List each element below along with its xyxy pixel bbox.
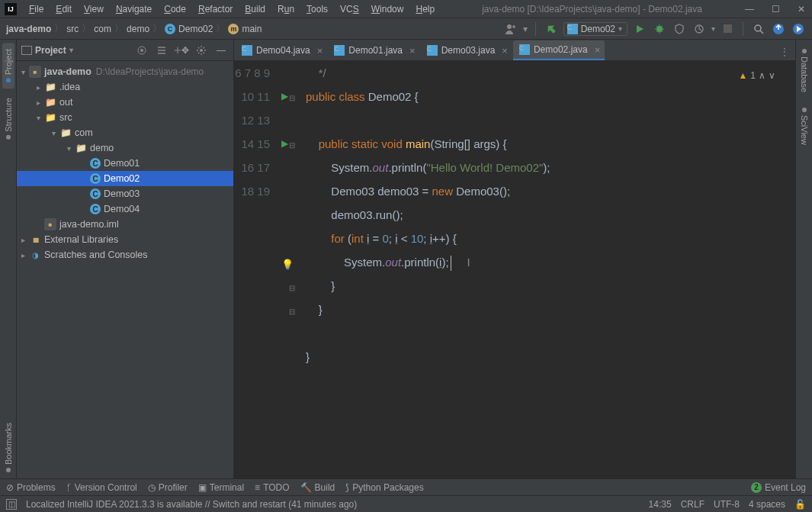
window-title: java-demo [D:\IdeaProjects\java-demo] - … xyxy=(441,4,743,14)
close-tab-icon[interactable]: × xyxy=(595,44,601,56)
minimize-button[interactable]: — xyxy=(743,4,756,14)
database-tool-button[interactable]: Database xyxy=(798,43,810,98)
tab-demo02[interactable]: CDemo02.java× xyxy=(513,40,605,60)
class-icon: C xyxy=(165,24,175,34)
menu-tools[interactable]: Tools xyxy=(300,2,334,17)
fold-end-icon[interactable]: ⊟ xyxy=(289,300,295,324)
tree-demo01[interactable]: CDemo01 xyxy=(17,156,233,171)
crumb-class[interactable]: Demo02 xyxy=(178,24,213,34)
tree-src[interactable]: src xyxy=(17,110,233,125)
status-bar: ◫ Localized IntelliJ IDEA 2021.3.3 is av… xyxy=(0,495,812,512)
code-editor[interactable]: ▲1 ∧ ∨ 6 7 8 9 10 11 12 13 14 15 16 17 1… xyxy=(234,61,795,478)
settings-icon[interactable] xyxy=(194,43,209,58)
menu-run[interactable]: Run xyxy=(271,2,300,17)
run-config-label: Demo02 xyxy=(581,24,615,34)
sciview-tool-button[interactable]: SciView xyxy=(798,101,810,151)
structure-tool-button[interactable]: Structure xyxy=(2,92,14,146)
crumb-demo[interactable]: demo xyxy=(127,24,149,34)
tree-idea[interactable]: .idea xyxy=(17,79,233,95)
close-button[interactable]: ✕ xyxy=(795,4,807,14)
tabs-more-icon[interactable]: ⋮ xyxy=(774,43,795,60)
crumb-src[interactable]: src xyxy=(66,24,79,34)
close-tab-icon[interactable]: × xyxy=(409,45,416,56)
maximize-button[interactable]: ☐ xyxy=(769,4,782,14)
fold-end-icon[interactable]: ⊟ xyxy=(289,276,295,300)
menu-code[interactable]: Code xyxy=(158,2,192,17)
profiler-icon: ◷ xyxy=(148,482,156,493)
terminal-tool-button[interactable]: ▣Terminal xyxy=(198,482,244,493)
select-opened-icon[interactable] xyxy=(134,43,149,58)
menu-file[interactable]: FFileile xyxy=(23,2,50,17)
close-tab-icon[interactable]: × xyxy=(317,45,323,56)
menu-navigate[interactable]: Navigate xyxy=(110,2,158,17)
menu-vcs[interactable]: VCS xyxy=(334,2,365,17)
project-select-icon xyxy=(21,46,32,55)
add-user-icon[interactable] xyxy=(503,21,518,37)
tree-root[interactable]: java-demoD:\IdeaProjects\java-demo xyxy=(17,64,233,79)
run-config-selector[interactable]: C Demo02 ▾ xyxy=(563,22,627,36)
tab-demo03[interactable]: CDemo03.java× xyxy=(421,40,512,60)
ide-scripting-icon[interactable] xyxy=(791,21,806,37)
tree-iml[interactable]: java-demo.iml xyxy=(17,217,233,232)
profiler-tool-button[interactable]: ◷Profiler xyxy=(148,482,188,493)
readonly-lock-icon[interactable]: 🔓 xyxy=(794,499,806,510)
tree-demo04[interactable]: CDemo04 xyxy=(17,201,233,217)
collapse-all-icon[interactable]: ✥ xyxy=(174,43,189,58)
problems-icon: ⊘ xyxy=(6,482,14,493)
hide-icon[interactable]: — xyxy=(213,43,229,58)
menu-build[interactable]: Build xyxy=(239,2,271,17)
search-icon[interactable] xyxy=(751,21,766,37)
tree-scratches[interactable]: ◑Scratches and Consoles xyxy=(17,247,233,262)
status-message[interactable]: Localized IntelliJ IDEA 2021.3.3 is avai… xyxy=(26,499,357,510)
menu-help[interactable]: Help xyxy=(409,2,441,17)
event-log-tool-button[interactable]: 2Event Log xyxy=(751,482,806,493)
tab-demo04[interactable]: CDemo04.java× xyxy=(236,40,327,60)
line-separator[interactable]: CRLF xyxy=(681,499,704,510)
tab-demo01[interactable]: CDemo01.java× xyxy=(328,40,419,60)
tree-demo02[interactable]: CDemo02 xyxy=(17,171,233,186)
project-tool-button[interactable]: Project xyxy=(2,43,14,89)
sync-icon[interactable] xyxy=(771,21,786,37)
run-icon[interactable] xyxy=(632,21,647,37)
build-icon[interactable] xyxy=(544,21,559,37)
run-line-icon[interactable]: ▶ xyxy=(281,132,288,156)
menu-refactor[interactable]: Refactor xyxy=(192,2,239,17)
problems-tool-button[interactable]: ⊘Problems xyxy=(6,482,56,493)
project-view-label[interactable]: Project xyxy=(35,45,66,56)
tool-windows-icon[interactable]: ◫ xyxy=(6,499,17,510)
tree-demo[interactable]: demo xyxy=(17,140,233,156)
menu-view[interactable]: View xyxy=(78,2,110,17)
file-encoding[interactable]: UTF-8 xyxy=(714,499,740,510)
close-tab-icon[interactable]: × xyxy=(502,45,508,56)
indent-label[interactable]: 4 spaces xyxy=(749,499,785,510)
menu-window[interactable]: Window xyxy=(365,2,410,17)
intention-bulb-icon[interactable]: 💡 xyxy=(281,253,294,276)
coverage-icon[interactable] xyxy=(672,21,687,37)
todo-tool-button[interactable]: ≡TODO xyxy=(255,482,289,493)
python-packages-tool-button[interactable]: ⟆Python Packages xyxy=(345,482,423,493)
menu-edit[interactable]: Edit xyxy=(50,2,78,17)
fold-icon[interactable]: ⊟ xyxy=(289,134,295,157)
svg-point-0 xyxy=(507,24,512,29)
profile-icon[interactable] xyxy=(692,21,707,37)
vcs-tool-button[interactable]: ᚶVersion Control xyxy=(66,482,137,493)
code-content[interactable]: */ public class Demo02 { public static v… xyxy=(300,61,795,478)
build-tool-button[interactable]: 🔨Build xyxy=(300,482,335,493)
tree-out[interactable]: out xyxy=(17,95,233,110)
debug-icon[interactable] xyxy=(652,21,667,37)
crumb-com[interactable]: com xyxy=(94,24,111,34)
tree-external-libraries[interactable]: External Libraries xyxy=(17,232,233,247)
tree-demo03[interactable]: CDemo03 xyxy=(17,186,233,201)
right-tool-stripe: Database SciView xyxy=(795,40,812,478)
expand-all-icon[interactable] xyxy=(154,43,169,58)
tree-com[interactable]: com xyxy=(17,125,233,140)
crumb-method[interactable]: main xyxy=(242,24,262,34)
caret-position[interactable]: 14:35 xyxy=(649,499,672,510)
fold-icon[interactable]: ⊟ xyxy=(289,86,295,110)
bookmarks-tool-button[interactable]: Bookmarks xyxy=(2,417,14,478)
run-line-icon[interactable]: ▶ xyxy=(281,85,288,108)
crumb-project[interactable]: java-demo xyxy=(6,24,51,34)
folder-icon xyxy=(44,96,56,108)
svg-point-9 xyxy=(200,49,203,52)
stop-icon[interactable] xyxy=(720,21,735,37)
